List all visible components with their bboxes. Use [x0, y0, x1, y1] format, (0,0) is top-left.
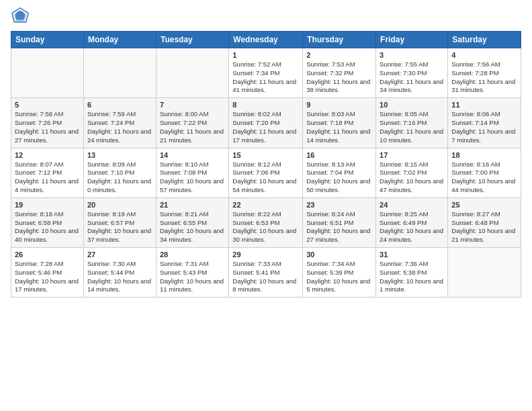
weekday-header-wednesday: Wednesday: [229, 32, 303, 48]
day-cell: 5Sunrise: 7:58 AM Sunset: 7:26 PM Daylig…: [11, 98, 84, 148]
day-number: 30: [306, 250, 372, 259]
day-cell: 17Sunrise: 8:15 AM Sunset: 7:02 PM Dayli…: [376, 148, 448, 197]
week-row-1: 1Sunrise: 7:52 AM Sunset: 7:34 PM Daylig…: [11, 48, 521, 98]
calendar-table: SundayMondayTuesdayWednesdayThursdayFrid…: [11, 31, 521, 298]
logo-icon: [11, 7, 30, 26]
day-cell: 7Sunrise: 8:00 AM Sunset: 7:22 PM Daylig…: [156, 98, 228, 148]
day-number: 6: [87, 101, 152, 109]
day-number: 10: [380, 101, 444, 109]
day-info: Sunrise: 8:18 AM Sunset: 6:58 PM Dayligh…: [15, 210, 80, 244]
day-number: 24: [380, 201, 444, 209]
day-info: Sunrise: 7:28 AM Sunset: 5:46 PM Dayligh…: [15, 260, 80, 294]
day-cell: 1Sunrise: 7:52 AM Sunset: 7:34 PM Daylig…: [229, 48, 303, 98]
day-cell: 21Sunrise: 8:21 AM Sunset: 6:55 PM Dayli…: [156, 197, 228, 247]
day-number: 1: [232, 51, 299, 59]
day-number: 4: [451, 51, 517, 59]
day-cell: 3Sunrise: 7:55 AM Sunset: 7:30 PM Daylig…: [376, 48, 448, 98]
day-number: 19: [15, 201, 80, 209]
day-number: 12: [15, 151, 80, 159]
day-info: Sunrise: 7:59 AM Sunset: 7:24 PM Dayligh…: [87, 110, 152, 144]
day-cell: 6Sunrise: 7:59 AM Sunset: 7:24 PM Daylig…: [83, 98, 156, 148]
day-number: 8: [232, 101, 299, 109]
day-number: 15: [232, 151, 299, 159]
weekday-header-thursday: Thursday: [303, 32, 376, 48]
day-info: Sunrise: 8:13 AM Sunset: 7:04 PM Dayligh…: [306, 161, 372, 195]
day-info: Sunrise: 8:27 AM Sunset: 6:48 PM Dayligh…: [451, 210, 517, 244]
day-cell: 4Sunrise: 7:56 AM Sunset: 7:28 PM Daylig…: [448, 48, 521, 98]
day-number: 2: [306, 51, 372, 59]
day-info: Sunrise: 8:00 AM Sunset: 7:22 PM Dayligh…: [160, 110, 225, 144]
week-row-5: 26Sunrise: 7:28 AM Sunset: 5:46 PM Dayli…: [11, 248, 521, 298]
day-number: 7: [160, 101, 225, 109]
day-info: Sunrise: 8:05 AM Sunset: 7:16 PM Dayligh…: [380, 110, 444, 144]
day-cell: 13Sunrise: 8:09 AM Sunset: 7:10 PM Dayli…: [83, 148, 156, 197]
day-cell: 9Sunrise: 8:03 AM Sunset: 7:18 PM Daylig…: [303, 98, 376, 148]
day-info: Sunrise: 7:30 AM Sunset: 5:44 PM Dayligh…: [87, 260, 152, 294]
day-info: Sunrise: 7:36 AM Sunset: 5:38 PM Dayligh…: [380, 260, 444, 294]
day-cell: 18Sunrise: 8:16 AM Sunset: 7:00 PM Dayli…: [448, 148, 521, 197]
day-info: Sunrise: 8:19 AM Sunset: 6:57 PM Dayligh…: [87, 210, 152, 244]
day-number: 18: [451, 151, 517, 159]
day-info: Sunrise: 8:21 AM Sunset: 6:55 PM Dayligh…: [160, 210, 225, 244]
day-number: 28: [160, 250, 225, 259]
weekday-header-saturday: Saturday: [448, 32, 521, 48]
day-number: 26: [15, 250, 80, 259]
day-info: Sunrise: 8:09 AM Sunset: 7:10 PM Dayligh…: [87, 161, 152, 195]
day-number: 16: [306, 151, 372, 159]
day-info: Sunrise: 7:52 AM Sunset: 7:34 PM Dayligh…: [232, 60, 299, 95]
day-number: 29: [232, 250, 299, 259]
day-cell: 15Sunrise: 8:12 AM Sunset: 7:06 PM Dayli…: [229, 148, 303, 197]
day-number: 23: [306, 201, 372, 209]
day-cell: 14Sunrise: 8:10 AM Sunset: 7:08 PM Dayli…: [156, 148, 228, 197]
weekday-header-row: SundayMondayTuesdayWednesdayThursdayFrid…: [11, 32, 521, 48]
day-cell: 25Sunrise: 8:27 AM Sunset: 6:48 PM Dayli…: [448, 197, 521, 247]
day-info: Sunrise: 8:02 AM Sunset: 7:20 PM Dayligh…: [232, 110, 299, 144]
day-cell: 22Sunrise: 8:22 AM Sunset: 6:53 PM Dayli…: [229, 197, 303, 247]
day-cell: 24Sunrise: 8:25 AM Sunset: 6:49 PM Dayli…: [376, 197, 448, 247]
day-cell: 10Sunrise: 8:05 AM Sunset: 7:16 PM Dayli…: [376, 98, 448, 148]
day-info: Sunrise: 8:22 AM Sunset: 6:53 PM Dayligh…: [232, 210, 299, 244]
day-number: 14: [160, 151, 225, 159]
day-info: Sunrise: 7:33 AM Sunset: 5:41 PM Dayligh…: [232, 260, 299, 294]
day-info: Sunrise: 8:07 AM Sunset: 7:12 PM Dayligh…: [15, 161, 80, 195]
day-number: 13: [87, 151, 152, 159]
day-cell: 2Sunrise: 7:53 AM Sunset: 7:32 PM Daylig…: [303, 48, 376, 98]
day-info: Sunrise: 7:34 AM Sunset: 5:39 PM Dayligh…: [306, 260, 372, 294]
day-info: Sunrise: 8:10 AM Sunset: 7:08 PM Dayligh…: [160, 161, 225, 195]
logo: [11, 7, 32, 26]
day-cell: 28Sunrise: 7:31 AM Sunset: 5:43 PM Dayli…: [156, 248, 228, 298]
day-number: 5: [15, 101, 80, 109]
weekday-header-friday: Friday: [376, 32, 448, 48]
day-cell: 29Sunrise: 7:33 AM Sunset: 5:41 PM Dayli…: [229, 248, 303, 298]
day-number: 25: [451, 201, 517, 209]
day-cell: 8Sunrise: 8:02 AM Sunset: 7:20 PM Daylig…: [229, 98, 303, 148]
day-cell: [11, 48, 84, 98]
day-info: Sunrise: 7:53 AM Sunset: 7:32 PM Dayligh…: [306, 60, 372, 95]
weekday-header-monday: Monday: [83, 32, 156, 48]
day-info: Sunrise: 7:31 AM Sunset: 5:43 PM Dayligh…: [160, 260, 225, 294]
day-cell: 16Sunrise: 8:13 AM Sunset: 7:04 PM Dayli…: [303, 148, 376, 197]
day-info: Sunrise: 7:55 AM Sunset: 7:30 PM Dayligh…: [380, 60, 444, 95]
day-info: Sunrise: 8:03 AM Sunset: 7:18 PM Dayligh…: [306, 110, 372, 144]
day-number: 20: [87, 201, 152, 209]
day-cell: 26Sunrise: 7:28 AM Sunset: 5:46 PM Dayli…: [11, 248, 84, 298]
page: SundayMondayTuesdayWednesdayThursdayFrid…: [0, 0, 532, 411]
week-row-3: 12Sunrise: 8:07 AM Sunset: 7:12 PM Dayli…: [11, 148, 521, 197]
day-cell: 30Sunrise: 7:34 AM Sunset: 5:39 PM Dayli…: [303, 248, 376, 298]
day-info: Sunrise: 8:16 AM Sunset: 7:00 PM Dayligh…: [451, 161, 517, 195]
day-info: Sunrise: 8:25 AM Sunset: 6:49 PM Dayligh…: [380, 210, 444, 244]
day-cell: [156, 48, 228, 98]
day-number: 3: [380, 51, 444, 59]
day-number: 17: [380, 151, 444, 159]
day-number: 31: [380, 250, 444, 259]
day-info: Sunrise: 7:58 AM Sunset: 7:26 PM Dayligh…: [15, 110, 80, 144]
day-info: Sunrise: 8:15 AM Sunset: 7:02 PM Dayligh…: [380, 161, 444, 195]
day-cell: 11Sunrise: 8:06 AM Sunset: 7:14 PM Dayli…: [448, 98, 521, 148]
day-cell: 20Sunrise: 8:19 AM Sunset: 6:57 PM Dayli…: [83, 197, 156, 247]
day-info: Sunrise: 8:24 AM Sunset: 6:51 PM Dayligh…: [306, 210, 372, 244]
day-info: Sunrise: 8:12 AM Sunset: 7:06 PM Dayligh…: [232, 161, 299, 195]
day-cell: 12Sunrise: 8:07 AM Sunset: 7:12 PM Dayli…: [11, 148, 84, 197]
day-cell: [448, 248, 521, 298]
week-row-4: 19Sunrise: 8:18 AM Sunset: 6:58 PM Dayli…: [11, 197, 521, 247]
week-row-2: 5Sunrise: 7:58 AM Sunset: 7:26 PM Daylig…: [11, 98, 521, 148]
